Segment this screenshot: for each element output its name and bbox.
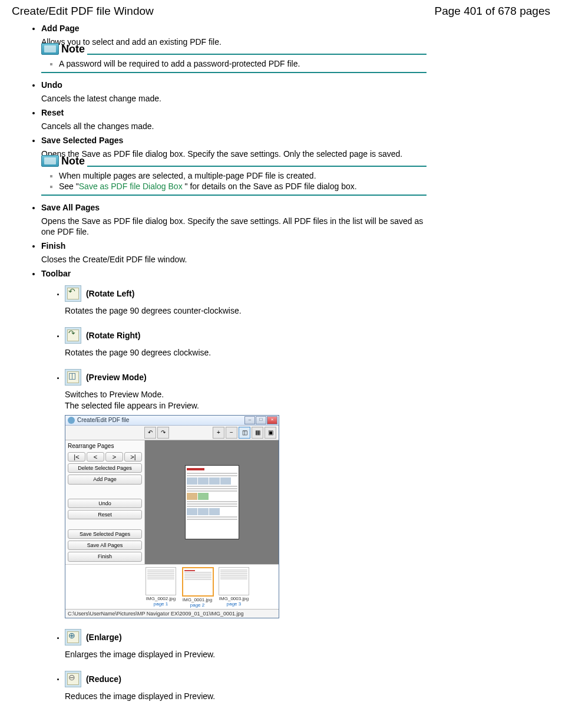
app-thumbs: IMG_0002.jpg page 1 IMG_0001.jpg page 2 … [65, 564, 279, 609]
app-sidebar: Rearrange Pages |< < > >| Delete Selecte… [65, 440, 145, 564]
tool-rotate-left: (Rotate Left) Rotates the page 90 degree… [65, 285, 427, 317]
note-title: Note [61, 155, 85, 167]
reduce-icon [65, 671, 81, 687]
tool-label: (Rotate Right) [86, 331, 141, 340]
item-add-page: Add Page Allows you to select and add an… [41, 24, 550, 73]
term: Save Selected Pages [41, 136, 123, 145]
maximize-button[interactable]: □ [256, 416, 266, 424]
tool-rotate-right: (Rotate Right) Rotates the page 90 degre… [65, 327, 427, 358]
app-title: Create/Edit PDF file [77, 417, 129, 423]
note-title: Note [61, 43, 85, 55]
desc: Opens the Save as PDF file dialog box. S… [41, 149, 427, 160]
app-screenshot: Create/Edit PDF file – □ × ↶ ↷ [65, 415, 279, 618]
desc: Reduces the image displayed in Preview. [65, 691, 427, 702]
tool-label: (Reduce) [86, 674, 121, 684]
btn-finish[interactable]: Finish [68, 552, 142, 561]
btn-save-selected[interactable]: Save Selected Pages [68, 529, 142, 539]
btn-undo[interactable]: Undo [68, 499, 142, 508]
tool-label: (Enlarge) [86, 633, 122, 642]
desc: Closes the Create/Edit PDF file window. [41, 254, 427, 265]
term: Add Page [41, 24, 80, 33]
tb-rotate-left[interactable]: ↶ [144, 427, 156, 439]
term: Reset [41, 108, 64, 117]
rotate-right-icon [65, 327, 81, 344]
btn-add-page[interactable]: Add Page [68, 475, 142, 484]
thumb[interactable]: IMG_0003.jpg page 3 [219, 567, 249, 608]
note-icon [41, 155, 59, 167]
note-item: See "Save as PDF file Dialog Box " for d… [59, 182, 427, 191]
note-icon [41, 43, 59, 55]
tool-enlarge: (Enlarge) Enlarges the image displayed i… [65, 629, 427, 660]
page-header: Create/Edit PDF file Window Page 401 of … [12, 0, 550, 21]
item-save-all: Save All Pages Opens the Save as PDF fil… [41, 203, 550, 238]
term: Save All Pages [41, 203, 100, 212]
app-statusbar: C:\Users\UserName\Pictures\MP Navigator … [65, 609, 279, 618]
desc: Allows you to select and add an existing… [41, 37, 427, 48]
app-toolbar: ↶ ↷ + − ◫ ▦ ▣ [65, 426, 279, 440]
thumb[interactable]: IMG_0002.jpg page 1 [146, 567, 176, 608]
tb-full[interactable]: ▣ [265, 427, 276, 439]
nav-prev[interactable]: < [87, 452, 104, 462]
page-title: Create/Edit PDF file Window [12, 5, 154, 18]
nav-first[interactable]: |< [68, 452, 85, 462]
nav-next[interactable]: > [105, 452, 123, 462]
note-block: Note When multiple pages are selected, a… [41, 166, 427, 196]
item-reset: Reset Cancels all the changes made. [41, 108, 550, 132]
rotate-left-icon [65, 285, 81, 302]
tool-reduce: (Reduce) Reduces the image displayed in … [65, 671, 427, 702]
app-titlebar: Create/Edit PDF file – □ × [65, 416, 279, 426]
note-block: Note A password will be required to add … [41, 54, 427, 73]
preview-page [185, 465, 239, 539]
tb-rotate-right[interactable]: ↷ [157, 427, 169, 439]
side-heading: Rearrange Pages [68, 443, 142, 449]
tool-preview-mode: (Preview Mode) Switches to Preview Mode.… [65, 369, 427, 618]
btn-reset[interactable]: Reset [68, 510, 142, 519]
item-save-selected: Save Selected Pages Opens the Save as PD… [41, 136, 550, 196]
item-toolbar: Toolbar (Rotate Left) Rotates the page 9… [41, 269, 550, 701]
note-item: A password will be required to add a pas… [59, 59, 427, 68]
page-number: Page 401 of 678 pages [434, 5, 550, 18]
tb-zoom-in[interactable]: + [213, 427, 224, 439]
app-preview [145, 440, 279, 564]
enlarge-icon [65, 629, 81, 645]
btn-save-all[interactable]: Save All Pages [68, 541, 142, 550]
item-undo: Undo Cancels the latest change made. [41, 80, 550, 104]
nav-last[interactable]: >| [124, 452, 142, 462]
term: Toolbar [41, 269, 71, 278]
note-item: When multiple pages are selected, a mult… [59, 171, 427, 180]
btn-delete-selected[interactable]: Delete Selected Pages [68, 463, 142, 473]
desc: Enlarges the image displayed in Preview. [65, 649, 427, 660]
link-save-pdf-dialog[interactable]: Save as PDF file Dialog Box [79, 182, 185, 191]
preview-mode-icon [65, 369, 81, 386]
desc: Rotates the page 90 degrees clockwise. [65, 347, 427, 358]
desc: The selected file appears in Preview. [65, 400, 427, 411]
app-icon [68, 417, 75, 424]
tb-zoom-out[interactable]: − [226, 427, 237, 439]
term: Finish [41, 241, 65, 251]
term: Undo [41, 80, 62, 90]
close-button[interactable]: × [267, 416, 277, 424]
desc: Rotates the page 90 degrees counter-cloc… [65, 305, 427, 317]
minimize-button[interactable]: – [244, 416, 255, 424]
desc: Opens the Save as PDF file dialog box. S… [41, 216, 427, 238]
tb-preview[interactable]: ◫ [239, 427, 250, 439]
thumb-selected[interactable]: IMG_0001.jpg page 2 [182, 567, 213, 608]
tool-label: (Preview Mode) [86, 373, 147, 382]
tb-thumbs[interactable]: ▦ [252, 427, 263, 439]
desc: Switches to Preview Mode. [65, 389, 427, 400]
desc: Cancels the latest change made. [41, 93, 427, 104]
desc: Cancels all the changes made. [41, 121, 427, 132]
tool-label: (Rotate Left) [86, 289, 134, 298]
item-finish: Finish Closes the Create/Edit PDF file w… [41, 241, 550, 265]
